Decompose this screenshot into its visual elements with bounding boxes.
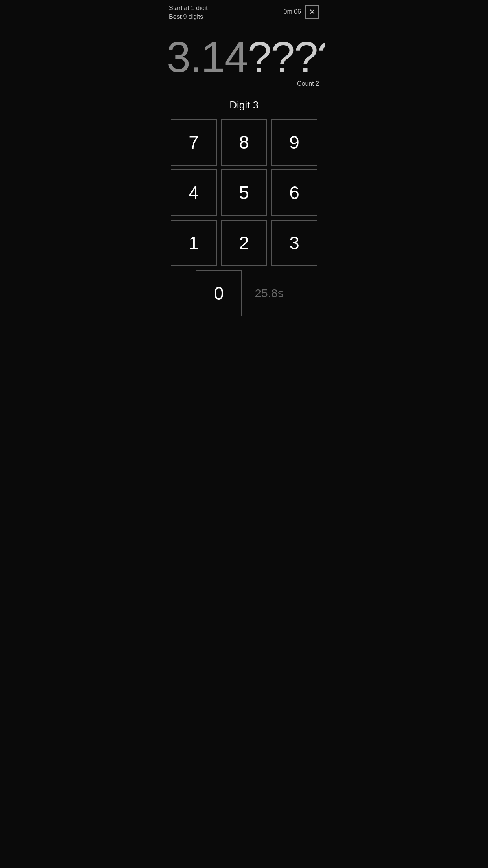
timer-display: 0m 06 — [284, 8, 301, 15]
numpad-row-3: 1 2 3 — [171, 220, 317, 266]
digit-button-9[interactable]: 9 — [271, 119, 317, 166]
numpad-row-bottom: 0 25.8s — [196, 270, 292, 316]
numpad: 7 8 9 4 5 6 1 2 3 0 25.8s — [163, 119, 325, 316]
numpad-row-2: 4 5 6 — [171, 169, 317, 216]
digit-button-5[interactable]: 5 — [221, 169, 267, 216]
start-label: Start at 1 digit — [169, 5, 208, 12]
pi-display: 3.14????? — [163, 24, 325, 79]
elapsed-time: 25.8s — [246, 287, 292, 300]
pi-unknown-digits: ????? — [248, 35, 325, 79]
digit-button-8[interactable]: 8 — [221, 119, 267, 166]
pi-known-digits: 3.14 — [167, 35, 248, 79]
pi-text: 3.14????? — [167, 35, 321, 79]
close-button[interactable]: ✕ — [305, 5, 319, 19]
digit-button-3[interactable]: 3 — [271, 220, 317, 266]
digit-button-0[interactable]: 0 — [196, 270, 242, 316]
digit-button-1[interactable]: 1 — [171, 220, 217, 266]
header-right: 0m 06 ✕ — [284, 5, 319, 19]
best-label: Best 9 digits — [169, 13, 208, 20]
digit-button-4[interactable]: 4 — [171, 169, 217, 216]
count-label: Count 2 — [163, 80, 325, 87]
numpad-row-1: 7 8 9 — [171, 119, 317, 166]
digit-button-6[interactable]: 6 — [271, 169, 317, 216]
digit-button-7[interactable]: 7 — [171, 119, 217, 166]
digit-button-2[interactable]: 2 — [221, 220, 267, 266]
digit-label: Digit 3 — [163, 99, 325, 111]
header: Start at 1 digit Best 9 digits 0m 06 ✕ — [163, 0, 325, 24]
header-left: Start at 1 digit Best 9 digits — [169, 5, 208, 20]
